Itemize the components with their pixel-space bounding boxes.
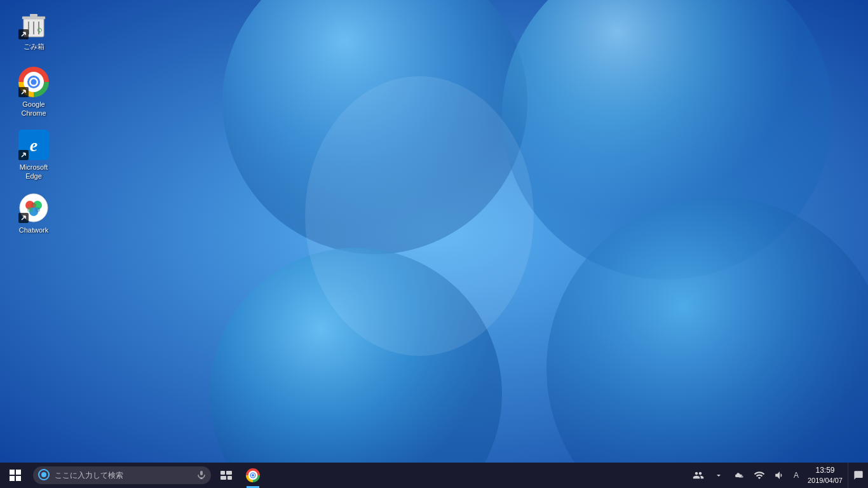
expand-tray-button[interactable] (709, 463, 729, 488)
desktop-icon-chatwork[interactable]: Chatwork (8, 190, 59, 237)
svg-rect-31 (200, 471, 203, 475)
action-center-button[interactable] (848, 463, 868, 488)
svg-rect-27 (10, 476, 15, 481)
svg-rect-36 (220, 476, 226, 480)
desktop-icon-recycle-bin[interactable]: ごみ箱 (8, 6, 59, 53)
microsoft-edge-label: Microsoft Edge (11, 163, 57, 181)
microphone-icon (197, 470, 206, 481)
desktop-background (0, 0, 868, 463)
recycle-bin-label: ごみ箱 (24, 42, 44, 51)
svg-point-41 (252, 474, 254, 477)
shortcut-arrow (18, 29, 29, 39)
volume-tray-icon[interactable] (770, 463, 790, 488)
clock-time: 13:59 (815, 466, 834, 476)
svg-rect-35 (226, 471, 232, 475)
clock[interactable]: 13:59 2019/04/07 (803, 463, 848, 488)
desktop: ごみ箱 Google Chrome (0, 0, 868, 463)
shortcut-arrow (18, 213, 29, 223)
svg-rect-26 (16, 470, 21, 475)
shortcut-arrow (18, 150, 29, 160)
shortcut-arrow (18, 87, 29, 97)
desktop-icon-microsoft-edge[interactable]: e Microsoft Edge (8, 127, 59, 184)
people-tray-icon[interactable] (688, 463, 709, 488)
svg-point-24 (35, 207, 40, 212)
svg-rect-25 (10, 470, 15, 475)
google-chrome-label: Google Chrome (11, 100, 57, 118)
svg-rect-37 (227, 476, 232, 480)
svg-point-22 (31, 203, 36, 208)
network-tray-icon[interactable] (749, 463, 770, 488)
taskbar: ここに入力して検索 (0, 463, 868, 488)
ime-label: A (794, 471, 799, 480)
system-tray: A 13:59 2019/04/07 (688, 463, 868, 488)
desktop-icon-google-chrome[interactable]: Google Chrome (8, 64, 59, 121)
svg-point-5 (305, 76, 534, 356)
svg-point-30 (41, 472, 46, 477)
clock-date: 2019/04/07 (808, 476, 843, 485)
svg-rect-7 (22, 17, 45, 19)
search-placeholder-text: ここに入力して検索 (55, 470, 197, 481)
chatwork-icon (18, 193, 49, 223)
taskbar-app-chrome[interactable] (239, 463, 267, 488)
svg-point-23 (27, 207, 32, 212)
cortana-icon (38, 469, 51, 482)
search-bar[interactable]: ここに入力して検索 (33, 466, 211, 484)
svg-rect-34 (220, 471, 225, 475)
start-button[interactable] (0, 463, 31, 488)
ime-tray-icon[interactable]: A (790, 463, 803, 488)
edge-icon: e (18, 130, 49, 160)
svg-rect-8 (30, 14, 37, 17)
chrome-icon (18, 67, 49, 97)
onedrive-tray-icon[interactable] (729, 463, 749, 488)
svg-point-15 (31, 79, 37, 85)
recycle-bin-icon (18, 9, 49, 39)
task-view-button[interactable] (214, 463, 239, 488)
svg-rect-28 (16, 476, 21, 481)
svg-text:e: e (30, 135, 37, 155)
chatwork-label: Chatwork (19, 226, 48, 234)
